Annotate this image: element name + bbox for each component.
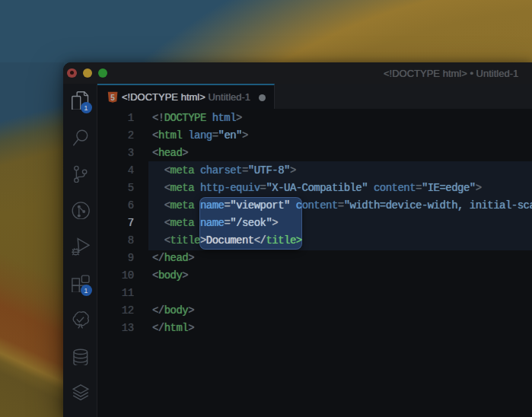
svg-text:5: 5 [110, 94, 115, 102]
